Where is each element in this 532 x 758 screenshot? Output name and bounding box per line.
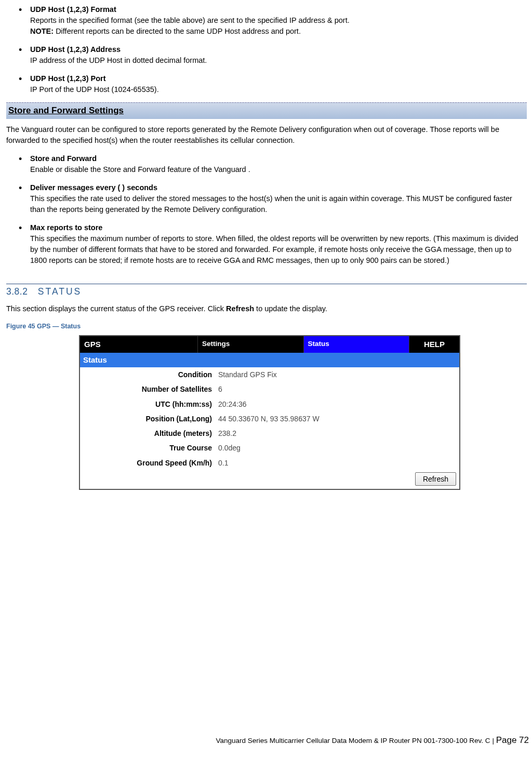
list-item: Store and ForwardEnable or disable the S… [19,153,527,175]
table-value: 44 50.33670 N, 93 35.98637 W [215,411,459,426]
gps-tab-title: GPS [80,336,197,353]
item-body: IP Port of the UDP Host (1024-65535). [30,84,527,95]
item-body: Enable or disable the Store and Forward … [30,164,527,175]
list-item: UDP Host (1,2,3) FormatReports in the sp… [19,4,527,37]
footer-page-word: Page [496,735,519,745]
refresh-row: Refresh [80,470,459,489]
tab-help[interactable]: HELP [409,336,459,353]
table-label: Altitude (meters) [80,426,215,441]
figure-label: Figure 45 GPS — Status [6,322,527,331]
tab-settings[interactable]: Settings [197,336,303,353]
item-body: This specifies the maximum number of rep… [30,233,527,266]
table-row: ConditionStandard GPS Fix [80,367,459,382]
item-title: Max reports to store [30,223,102,232]
store-forward-list: Store and ForwardEnable or disable the S… [19,153,527,266]
udp-host-list: UDP Host (1,2,3) FormatReports in the sp… [19,4,527,95]
table-label: Condition [80,367,215,382]
item-title: Store and Forward [30,154,97,163]
table-value: 20:24:36 [215,397,459,411]
status-intro-pre: This section displays the current status… [6,304,226,313]
status-intro-post: to update the display. [254,304,327,313]
table-row: True Course0.0deg [80,441,459,455]
table-label: Number of Satellites [80,382,215,396]
list-item: UDP Host (1,2,3) AddressIP address of th… [19,44,527,66]
gps-status-table: ConditionStandard GPS FixNumber of Satel… [80,367,459,470]
table-row: Position (Lat,Long)44 50.33670 N, 93 35.… [80,411,459,426]
table-label: Position (Lat,Long) [80,411,215,426]
table-value: 238.2 [215,426,459,441]
table-row: Ground Speed (Km/h)0.1 [80,456,459,470]
gps-tabs: GPS Settings Status HELP [80,336,459,353]
tab-status[interactable]: Status [303,336,409,353]
item-body: Reports in the specified format (see the… [30,15,527,37]
item-body: IP address of the UDP Host in dotted dec… [30,55,527,66]
footer-page-number: 72 [519,735,529,745]
item-title: UDP Host (1,2,3) Address [30,45,121,54]
status-section-heading: 3.8.2 STATUS [6,284,527,298]
item-title: UDP Host (1,2,3) Format [30,5,116,14]
table-value: 0.1 [215,456,459,470]
gps-status-box: GPS Settings Status HELP Status Conditio… [79,335,460,490]
table-row: Number of Satellites6 [80,382,459,396]
footer-sep: | [490,737,496,744]
table-value: Standard GPS Fix [215,367,459,382]
refresh-button[interactable]: Refresh [415,472,456,486]
store-forward-heading: Store and Forward Settings [6,102,527,119]
table-label: UTC (hh:mm:ss) [80,397,215,411]
table-label: True Course [80,441,215,455]
footer-text: Vanguard Series Multicarrier Cellular Da… [216,737,490,744]
status-intro-refresh: Refresh [226,304,254,313]
gps-status-subheader: Status [80,353,459,367]
list-item: Deliver messages every ( ) secondsThis s… [19,182,527,215]
table-label: Ground Speed (Km/h) [80,456,215,470]
store-forward-intro: The Vanguard router can be configured to… [6,124,527,146]
status-intro: This section displays the current status… [6,303,527,314]
table-row: UTC (hh:mm:ss)20:24:36 [80,397,459,411]
status-heading-title: STATUS [38,286,82,297]
page-footer: Vanguard Series Multicarrier Cellular Da… [6,734,532,752]
item-title: UDP Host (1,2,3) Port [30,74,106,83]
table-row: Altitude (meters)238.2 [80,426,459,441]
item-body: This specifies the rate used to deliver … [30,193,527,215]
item-title: Deliver messages every ( ) seconds [30,183,157,192]
table-value: 6 [215,382,459,396]
status-heading-number: 3.8.2 [6,286,28,297]
list-item: Max reports to storeThis specifies the m… [19,222,527,266]
table-value: 0.0deg [215,441,459,455]
gps-status-figure: GPS Settings Status HELP Status Conditio… [79,335,527,490]
list-item: UDP Host (1,2,3) PortIP Port of the UDP … [19,73,527,95]
